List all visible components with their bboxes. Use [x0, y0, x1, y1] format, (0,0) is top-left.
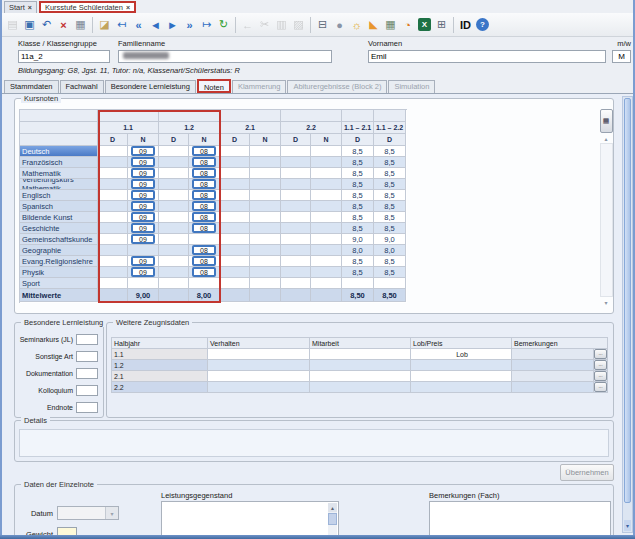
grade-cell[interactable]: [250, 146, 281, 157]
grade-cell[interactable]: [220, 234, 250, 245]
kursnoten-row[interactable]: Deutsch09088,58,5: [20, 146, 407, 157]
grade-cell[interactable]: 8,5: [374, 223, 406, 234]
kursnoten-row[interactable]: Vertiefungskurs Mathematik09088,58,5: [20, 179, 407, 190]
grade-cell[interactable]: 8,5: [374, 201, 406, 212]
kursnoten-row[interactable]: Sport: [20, 278, 407, 289]
grade-cell[interactable]: 08: [189, 157, 220, 168]
bemerkungen-cell[interactable]: [512, 382, 594, 393]
grade-cell[interactable]: [98, 157, 128, 168]
grade-cell[interactable]: [311, 234, 342, 245]
grade-cell[interactable]: 8,5: [374, 168, 406, 179]
grade-cell[interactable]: [98, 190, 128, 201]
mitarbeit-cell[interactable]: [310, 371, 411, 382]
grade-cell[interactable]: 9,0: [342, 234, 374, 245]
grade-cell[interactable]: [98, 256, 128, 267]
grade-cell[interactable]: 09: [128, 179, 159, 190]
grade-cell[interactable]: [98, 278, 128, 289]
grade-cell[interactable]: [250, 245, 281, 256]
grade-cell[interactable]: [281, 190, 311, 201]
grade-cell[interactable]: [159, 168, 189, 179]
grade-cell[interactable]: [281, 201, 311, 212]
grade-cell[interactable]: [311, 245, 342, 256]
grade-cell[interactable]: [159, 190, 189, 201]
grade-input[interactable]: 08: [192, 201, 216, 211]
subject-label[interactable]: Mathematik: [20, 168, 98, 179]
grade-cell[interactable]: [311, 157, 342, 168]
grade-input[interactable]: 08: [192, 179, 216, 189]
textarea-scrollbar[interactable]: ▲: [328, 503, 337, 539]
grid-icon[interactable]: ▦: [382, 16, 399, 33]
endnote-input[interactable]: [76, 402, 98, 413]
lob_preis-cell[interactable]: [411, 382, 512, 393]
grade-input[interactable]: 08: [192, 267, 216, 277]
grade-cell[interactable]: [98, 146, 128, 157]
bemerkungen-cell[interactable]: [512, 360, 594, 371]
grade-cell[interactable]: 8,5: [342, 157, 374, 168]
mitarbeit-cell[interactable]: [310, 360, 411, 371]
grade-cell[interactable]: [98, 179, 128, 190]
grade-cell[interactable]: [250, 168, 281, 179]
grade-cell[interactable]: [220, 157, 250, 168]
grade-cell[interactable]: [98, 168, 128, 179]
subject-label[interactable]: Geographie: [20, 245, 98, 256]
grade-cell[interactable]: 8,5: [374, 146, 406, 157]
tab-stammdaten[interactable]: Stammdaten: [4, 80, 59, 93]
kursnoten-row[interactable]: Geschichte09088,58,5: [20, 223, 407, 234]
grade-cell[interactable]: [311, 256, 342, 267]
grade-cell[interactable]: [159, 157, 189, 168]
kursnoten-row[interactable]: Englisch09088,58,5: [20, 190, 407, 201]
table-config-button[interactable]: ▦: [600, 109, 613, 133]
grade-cell[interactable]: 8,5: [342, 256, 374, 267]
grade-cell[interactable]: 8,0: [374, 245, 406, 256]
bemerkungen-ellipsis-button[interactable]: ...: [594, 349, 608, 360]
grade-cell[interactable]: [98, 212, 128, 223]
grade-input[interactable]: 09: [131, 146, 155, 156]
grade-cell[interactable]: [220, 146, 250, 157]
grade-cell[interactable]: [220, 245, 250, 256]
verhalten-cell[interactable]: [208, 371, 310, 382]
grade-cell[interactable]: [281, 278, 311, 289]
grade-cell[interactable]: [98, 223, 128, 234]
warning-funnel-icon[interactable]: ◣: [365, 16, 382, 33]
folder-icon[interactable]: ◪: [96, 16, 113, 33]
grade-cell[interactable]: [189, 278, 220, 289]
grade-cell[interactable]: 09: [128, 267, 159, 278]
verhalten-cell[interactable]: [208, 360, 310, 371]
grade-cell[interactable]: [281, 234, 311, 245]
grade-cell[interactable]: [220, 223, 250, 234]
grade-cell[interactable]: [281, 267, 311, 278]
grade-cell[interactable]: [250, 212, 281, 223]
grade-cell[interactable]: 8,0: [342, 245, 374, 256]
grade-cell[interactable]: [342, 278, 374, 289]
preview-icon[interactable]: ●: [331, 16, 348, 33]
grade-cell[interactable]: [159, 201, 189, 212]
leistungsgegenstand-textarea[interactable]: ▲: [161, 501, 339, 539]
scroll-up-icon[interactable]: ▴: [600, 133, 613, 143]
delete-icon[interactable]: ×: [55, 16, 72, 33]
grade-cell[interactable]: [311, 168, 342, 179]
grade-input[interactable]: 08: [192, 146, 216, 156]
subject-label[interactable]: Deutsch: [20, 146, 98, 157]
edit-form-icon[interactable]: ▦: [72, 16, 89, 33]
grade-cell[interactable]: 09: [128, 157, 159, 168]
grade-input[interactable]: 08: [192, 245, 216, 255]
grade-cell[interactable]: [220, 201, 250, 212]
nav-prev-icon[interactable]: ◄: [147, 16, 164, 33]
grade-cell[interactable]: [311, 267, 342, 278]
grade-cell[interactable]: 09: [128, 146, 159, 157]
grade-cell[interactable]: [311, 278, 342, 289]
grade-cell[interactable]: 09: [128, 223, 159, 234]
clock-icon[interactable]: ◔: [399, 16, 416, 33]
grade-cell[interactable]: 09: [128, 190, 159, 201]
grade-cell[interactable]: 09: [128, 201, 159, 212]
excel-export-icon[interactable]: X: [418, 18, 431, 31]
grade-cell[interactable]: [281, 146, 311, 157]
subject-label[interactable]: Geschichte: [20, 223, 98, 234]
grade-cell[interactable]: [128, 245, 159, 256]
grade-input[interactable]: 09: [131, 223, 155, 233]
grade-cell[interactable]: [220, 168, 250, 179]
grade-cell[interactable]: [250, 179, 281, 190]
tab-noten[interactable]: Noten: [197, 79, 231, 93]
grade-input[interactable]: 09: [131, 212, 155, 222]
print-icon[interactable]: ⊟: [314, 16, 331, 33]
